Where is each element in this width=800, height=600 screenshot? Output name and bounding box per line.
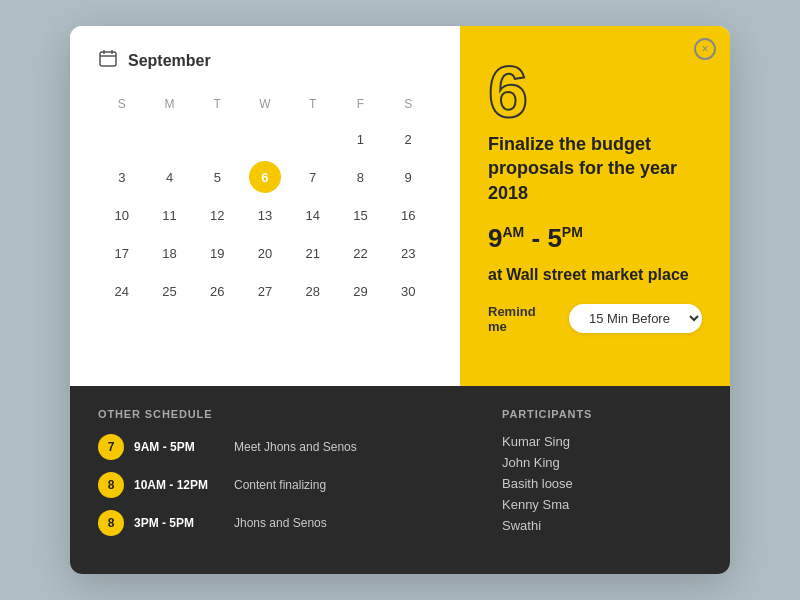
cal-date-13[interactable]: 13 <box>249 199 281 231</box>
cal-date-4[interactable]: 4 <box>154 161 186 193</box>
cal-date-7[interactable]: 7 <box>297 161 329 193</box>
schedule-desc: Jhons and Senos <box>234 516 327 530</box>
calendar-month: September <box>128 52 211 70</box>
location-name: Wall street market place <box>506 266 689 283</box>
cal-date-29[interactable]: 29 <box>344 275 376 307</box>
participant-names-list: Kumar SingJohn KingBasith looseKenny Sma… <box>502 434 702 533</box>
schedule-title: OTHER SCHEDULE <box>98 408 482 420</box>
participant-name: Kenny Sma <box>502 497 702 512</box>
schedule-desc: Content finalizing <box>234 478 326 492</box>
cal-date-16[interactable]: 16 <box>392 199 424 231</box>
day-label-t1: T <box>193 93 241 115</box>
time-end: 5 <box>547 223 561 253</box>
schedule-badge: 7 <box>98 434 124 460</box>
cal-date-26[interactable]: 26 <box>201 275 233 307</box>
calendar-grid: S M T W T F S 12345678910111213141516171… <box>98 93 432 347</box>
schedule-time: 3PM - 5PM <box>134 516 224 530</box>
modal: September S M T W T F S 1234567891011121… <box>70 26 730 574</box>
cal-date-23[interactable]: 23 <box>392 237 424 269</box>
cal-date-30[interactable]: 30 <box>392 275 424 307</box>
cal-date-25[interactable]: 25 <box>154 275 186 307</box>
cal-date-24[interactable]: 24 <box>106 275 138 307</box>
schedule-items-list: 7 9AM - 5PM Meet Jhons and Senos 8 10AM … <box>98 434 482 536</box>
schedule-time: 9AM - 5PM <box>134 440 224 454</box>
bottom-section: OTHER SCHEDULE 7 9AM - 5PM Meet Jhons an… <box>70 386 730 574</box>
remind-row: Remind me 15 Min Before30 Min Before1 Ho… <box>488 304 702 334</box>
cal-date-1[interactable]: 1 <box>344 123 376 155</box>
schedule-column: OTHER SCHEDULE 7 9AM - 5PM Meet Jhons an… <box>98 408 502 548</box>
day-labels-row: S M T W T F S <box>98 93 432 115</box>
participants-column: PARTICIPANTS Kumar SingJohn KingBasith l… <box>502 408 702 548</box>
day-label-t2: T <box>289 93 337 115</box>
cal-date-14[interactable]: 14 <box>297 199 329 231</box>
svg-rect-0 <box>100 52 116 66</box>
cal-date-8[interactable]: 8 <box>344 161 376 193</box>
day-label-s1: S <box>98 93 146 115</box>
day-label-s2: S <box>384 93 432 115</box>
close-button[interactable]: × <box>694 38 716 60</box>
calendar-dates: 1234567891011121314151617181920212223242… <box>98 121 432 347</box>
day-label-w: W <box>241 93 289 115</box>
remind-label: Remind me <box>488 304 557 334</box>
cal-date-28[interactable]: 28 <box>297 275 329 307</box>
cal-date-6[interactable]: 6 <box>249 161 281 193</box>
event-title: Finalize the budget proposals for the ye… <box>488 132 702 205</box>
calendar-header: September <box>98 48 432 73</box>
day-label-f: F <box>337 93 385 115</box>
schedule-item: 8 10AM - 12PM Content finalizing <box>98 472 482 498</box>
cal-date-11[interactable]: 11 <box>154 199 186 231</box>
day-label-m: M <box>146 93 194 115</box>
schedule-time: 10AM - 12PM <box>134 478 224 492</box>
cal-date-21[interactable]: 21 <box>297 237 329 269</box>
event-location: at Wall street market place <box>488 266 702 284</box>
cal-date-18[interactable]: 18 <box>154 237 186 269</box>
cal-date-5[interactable]: 5 <box>201 161 233 193</box>
schedule-item: 7 9AM - 5PM Meet Jhons and Senos <box>98 434 482 460</box>
participant-name: Basith loose <box>502 476 702 491</box>
cal-date-10[interactable]: 10 <box>106 199 138 231</box>
cal-date-19[interactable]: 19 <box>201 237 233 269</box>
event-side: × 6 Finalize the budget proposals for th… <box>460 26 730 386</box>
schedule-badge: 8 <box>98 510 124 536</box>
cal-date-15[interactable]: 15 <box>344 199 376 231</box>
cal-date-9[interactable]: 9 <box>392 161 424 193</box>
time-separator: - <box>531 223 547 253</box>
time-start: 9 <box>488 223 502 253</box>
calendar-icon <box>98 48 118 73</box>
participant-name: Swathi <box>502 518 702 533</box>
participants-title: PARTICIPANTS <box>502 408 702 420</box>
location-prefix: at <box>488 266 502 283</box>
calendar-side: September S M T W T F S 1234567891011121… <box>70 26 460 386</box>
cal-date-12[interactable]: 12 <box>201 199 233 231</box>
cal-date-20[interactable]: 20 <box>249 237 281 269</box>
time-start-ampm: AM <box>502 224 524 240</box>
participant-name: John King <box>502 455 702 470</box>
cal-date-17[interactable]: 17 <box>106 237 138 269</box>
schedule-item: 8 3PM - 5PM Jhons and Senos <box>98 510 482 536</box>
participant-name: Kumar Sing <box>502 434 702 449</box>
schedule-badge: 8 <box>98 472 124 498</box>
top-section: September S M T W T F S 1234567891011121… <box>70 26 730 386</box>
time-end-ampm: PM <box>562 224 583 240</box>
cal-date-27[interactable]: 27 <box>249 275 281 307</box>
remind-select[interactable]: 15 Min Before30 Min Before1 Hour Before1… <box>569 304 702 333</box>
event-day-number: 6 <box>488 56 702 128</box>
event-time: 9AM - 5PM <box>488 223 702 254</box>
cal-date-3[interactable]: 3 <box>106 161 138 193</box>
schedule-desc: Meet Jhons and Senos <box>234 440 357 454</box>
cal-date-22[interactable]: 22 <box>344 237 376 269</box>
cal-date-2[interactable]: 2 <box>392 123 424 155</box>
